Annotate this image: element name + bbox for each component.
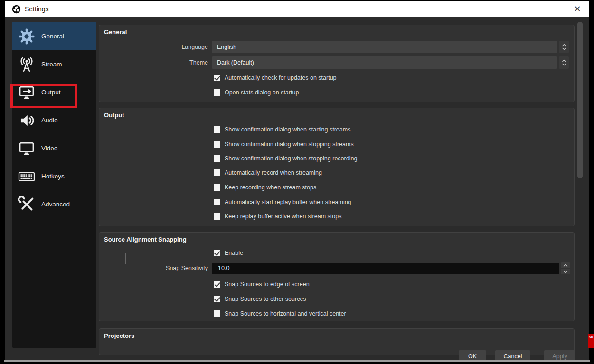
- theme-value: Dark (Default): [212, 56, 557, 69]
- obs-logo-icon: [12, 5, 21, 14]
- checkbox-row[interactable]: Open stats dialog on startup: [214, 89, 299, 96]
- apply-button[interactable]: Apply: [544, 350, 575, 360]
- checkbox[interactable]: [214, 310, 220, 317]
- checkbox[interactable]: [214, 199, 220, 205]
- checkbox-label: Automatically record when streaming: [225, 169, 322, 176]
- language-row: Language English: [99, 41, 574, 53]
- snap-sensitivity-input[interactable]: 10.0: [212, 263, 559, 274]
- checkbox[interactable]: [214, 75, 220, 81]
- sidebar-item-audio[interactable]: Audio: [12, 106, 96, 134]
- gear-icon: [16, 28, 38, 45]
- checkbox-row[interactable]: Snap Sources to other sources: [214, 295, 306, 303]
- checkbox-row[interactable]: Show confirmation dialog when starting s…: [214, 126, 350, 133]
- general-section: General Language English Theme Dark (Def…: [99, 25, 575, 102]
- checkbox-row[interactable]: Automatically check for updates on start…: [214, 74, 337, 82]
- checkbox[interactable]: [214, 213, 220, 220]
- checkbox-label: Automatically check for updates on start…: [225, 75, 337, 81]
- settings-dialog: General: [5, 17, 589, 360]
- sidebar-item-label: Stream: [41, 61, 62, 68]
- checkbox-label: Enable: [225, 250, 243, 256]
- sidebar-item-label: Hotkeys: [41, 173, 65, 180]
- checkbox-label: Show confirmation dialog when starting s…: [225, 126, 350, 133]
- section-title: Projectors: [104, 332, 134, 339]
- checkbox-row[interactable]: Snap Sources to horizontal and vertical …: [214, 310, 346, 317]
- scrollbar-thumb[interactable]: [577, 22, 583, 178]
- checkbox-row[interactable]: Snap Sources to edge of screen: [214, 280, 310, 288]
- sidebar-item-hotkeys[interactable]: Hotkeys: [12, 162, 96, 190]
- checkbox-label: Keep recording when stream stops: [225, 184, 316, 191]
- checkbox[interactable]: [214, 169, 220, 176]
- checkbox[interactable]: [214, 89, 220, 96]
- checkbox-row[interactable]: Show confirmation dialog when stopping s…: [214, 140, 354, 148]
- checkbox-row[interactable]: Keep recording when stream stops: [214, 184, 316, 191]
- sidebar-item-label: Video: [41, 145, 57, 152]
- snapping-section: Source Alignment Snapping Enable Snap Se…: [99, 232, 575, 321]
- sidebar-item-output[interactable]: Output: [12, 78, 96, 106]
- step-down-icon[interactable]: [561, 269, 570, 274]
- spinner-buttons[interactable]: [559, 56, 569, 69]
- checkbox-row[interactable]: Automatically record when streaming: [214, 169, 322, 177]
- sidebar-item-stream[interactable]: Stream: [12, 50, 96, 78]
- checkbox-label: Automatically start replay buffer when s…: [225, 199, 351, 205]
- window-bottom-edge: [4, 360, 590, 362]
- spinner-buttons[interactable]: [559, 41, 569, 53]
- display-icon: [16, 140, 38, 157]
- language-label: Language: [99, 41, 208, 53]
- window-title: Settings: [25, 1, 49, 17]
- checkbox-label: Snap Sources to horizontal and vertical …: [225, 310, 346, 317]
- checkbox-row[interactable]: Keep replay buffer active when stream st…: [214, 213, 341, 220]
- keyboard-icon: [16, 168, 38, 185]
- sidebar-item-label: Advanced: [41, 201, 70, 208]
- settings-sidebar: General: [12, 22, 96, 348]
- titlebar: Settings ✕: [5, 1, 589, 17]
- section-title: Source Alignment Snapping: [104, 236, 187, 243]
- language-select[interactable]: English: [212, 41, 557, 53]
- screen: Settings ✕: [0, 0, 594, 364]
- checkbox-label: Snap Sources to edge of screen: [225, 281, 310, 288]
- section-title: General: [104, 28, 127, 36]
- speaker-icon: [16, 112, 38, 129]
- checkbox-label: Show confirmation dialog when stopping s…: [225, 141, 354, 148]
- checkbox-row[interactable]: Show confirmation dialog when stopping r…: [214, 155, 357, 162]
- checkbox-row[interactable]: Automatically start replay buffer when s…: [214, 198, 351, 206]
- snap-sensitivity-stepper: [561, 262, 570, 274]
- snap-sensitivity-row: Snap Sensitivity 10.0: [99, 263, 574, 274]
- checkbox[interactable]: [214, 184, 220, 191]
- theme-select[interactable]: Dark (Default): [212, 56, 557, 69]
- checkbox-row[interactable]: Enable: [214, 249, 243, 257]
- close-icon[interactable]: ✕: [570, 1, 585, 17]
- checkbox[interactable]: [214, 126, 220, 133]
- sidebar-item-label: Output: [41, 89, 61, 96]
- checkbox[interactable]: [214, 155, 220, 162]
- theme-row: Theme Dark (Default): [99, 56, 574, 69]
- checkbox-label: Show confirmation dialog when stopping r…: [225, 155, 357, 162]
- checkbox-label: Snap Sources to other sources: [225, 296, 306, 302]
- sidebar-item-advanced[interactable]: Advanced: [12, 190, 96, 218]
- checkbox-label: Open stats dialog on startup: [225, 89, 299, 96]
- snap-sensitivity-label: Snap Sensitivity: [99, 263, 208, 274]
- tools-icon: [16, 196, 38, 213]
- cancel-button[interactable]: Cancel: [495, 350, 530, 360]
- cursor-artifact: [125, 253, 126, 264]
- sidebar-item-general[interactable]: General: [12, 22, 96, 50]
- checkbox[interactable]: [214, 250, 220, 256]
- section-title: Output: [104, 112, 124, 119]
- checkbox[interactable]: [214, 296, 220, 302]
- theme-label: Theme: [99, 56, 208, 69]
- subscribe-badge[interactable]: Su: [588, 334, 594, 348]
- output-section: Output Show confirmation dialog when sta…: [99, 108, 575, 226]
- sidebar-item-label: Audio: [41, 117, 58, 124]
- broadcast-icon: [16, 56, 38, 73]
- display-arrow-icon: [16, 84, 38, 101]
- sidebar-item-video[interactable]: Video: [12, 134, 96, 162]
- checkbox[interactable]: [214, 281, 220, 288]
- language-value: English: [212, 41, 557, 53]
- checkbox[interactable]: [214, 141, 220, 148]
- ok-button[interactable]: OK: [459, 350, 486, 360]
- sidebar-item-label: General: [41, 33, 64, 40]
- step-up-icon[interactable]: [561, 262, 570, 268]
- checkbox-label: Keep replay buffer active when stream st…: [225, 213, 341, 220]
